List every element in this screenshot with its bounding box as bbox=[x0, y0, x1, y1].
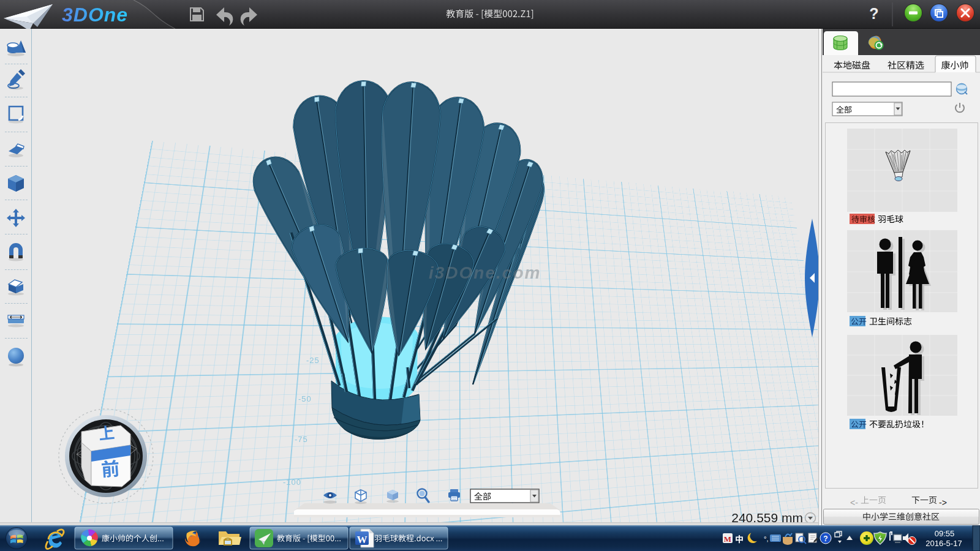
svg-text:?: ? bbox=[823, 534, 827, 543]
svg-text:?: ? bbox=[869, 5, 878, 22]
svg-text:<-: <- bbox=[850, 498, 858, 508]
svg-text:W: W bbox=[357, 534, 368, 545]
svg-text:09:55: 09:55 bbox=[935, 529, 955, 538]
svg-text:M: M bbox=[724, 534, 731, 544]
svg-text:->: -> bbox=[939, 498, 947, 508]
svg-text:°,: °, bbox=[764, 535, 768, 542]
svg-text:2016-5-17: 2016-5-17 bbox=[925, 539, 962, 548]
